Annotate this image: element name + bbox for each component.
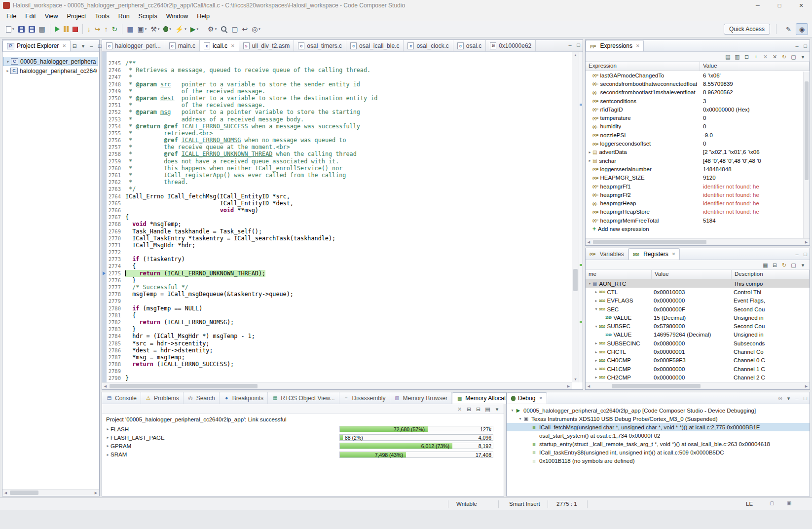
twisty-icon[interactable]: ▸: [593, 299, 599, 303]
twisty-icon[interactable]: ▾: [517, 416, 523, 421]
expression-row[interactable]: (x)=sentconditions3: [586, 97, 810, 105]
minimize-view-icon[interactable]: –: [793, 249, 801, 259]
view-menu-icon[interactable]: ▾: [784, 393, 793, 403]
project-item[interactable]: ▸C00005_halologger_peripheral: [3, 57, 98, 66]
editor-vertical-scrollbar[interactable]: ▲ ▼: [572, 52, 579, 382]
twisty-icon[interactable]: ▾: [593, 307, 599, 311]
code-line[interactable]: 2785 *src = hdr->srcentity;: [102, 340, 572, 347]
step-into-button[interactable]: ↓: [85, 23, 93, 35]
close-window-button[interactable]: ✕: [790, 0, 812, 11]
tab-console[interactable]: ▤Console: [102, 392, 141, 404]
collapse-all-icon[interactable]: ⊟: [771, 260, 779, 270]
twisty-icon[interactable]: ▸: [105, 435, 111, 440]
close-view-icon[interactable]: ✕: [636, 43, 640, 48]
code-line[interactable]: 2762 * thread.: [102, 179, 572, 186]
collapse-all-icon[interactable]: ⊟: [71, 41, 79, 51]
code-line[interactable]: 2760 * This happens when neither ICall_e…: [102, 165, 572, 172]
expression-row[interactable]: +Add new expression: [586, 225, 810, 233]
close-view-icon[interactable]: ✕: [539, 396, 543, 401]
terminate-button[interactable]: [71, 23, 80, 35]
code-line[interactable]: 2779: [102, 298, 572, 304]
code-line[interactable]: 2777 /* Successful */: [102, 284, 572, 291]
tab-debug[interactable]: Debug ✕: [507, 392, 547, 404]
twisty-icon[interactable]: ▸: [593, 375, 599, 379]
vertical-scrollbar[interactable]: [803, 72, 810, 238]
open-element-button[interactable]: ▢: [229, 23, 240, 35]
minimize-editor-icon[interactable]: –: [566, 40, 574, 51]
horizontal-scrollbar[interactable]: ◀ ▶: [2, 489, 99, 496]
code-line[interactable]: 2766 void **msg): [102, 207, 572, 214]
tab-variables[interactable]: (x)= Variables: [586, 248, 628, 260]
new-button[interactable]: ▾: [4, 23, 16, 35]
maximize-view-icon[interactable]: □: [801, 393, 810, 403]
resume-button[interactable]: [53, 23, 62, 35]
code-line[interactable]: 2751 * of the received message.: [102, 102, 572, 109]
code-line[interactable]: 2755 * retrieved.<br>: [102, 130, 572, 137]
menu-scripts[interactable]: Scripts: [134, 12, 162, 21]
pin-editor-button[interactable]: ◎▾: [250, 23, 262, 35]
minimize-view-icon[interactable]: –: [793, 393, 801, 403]
remove-all-expressions-icon[interactable]: ✕: [771, 52, 779, 62]
overview-ruler[interactable]: [579, 52, 583, 382]
registers-view-button[interactable]: ▦: [125, 23, 135, 35]
step-over-button[interactable]: ↪: [93, 23, 103, 35]
code-line[interactable]: 2788 return (ICALL_ERRNO_SUCCESS);: [102, 361, 572, 368]
debug-node[interactable]: ≡0x1001B118 (no symbols are defined): [507, 456, 810, 465]
expression-row[interactable]: ▸▤advertData[2 '\x02',1 '\x01',6 '\x06: [586, 148, 810, 156]
register-row[interactable]: ▸1010SUBSECINC0x00800000Subseconds: [586, 339, 810, 347]
twisty-icon[interactable]: ▸: [105, 444, 111, 448]
debug-node[interactable]: ▾▣Texas Instruments XDS110 USB Debug Pro…: [507, 415, 810, 423]
remove-selected-expressions-icon[interactable]: ✕: [761, 52, 770, 62]
detach-view-icon[interactable]: ▢: [789, 260, 798, 270]
register-row[interactable]: ▾▦AON_RTCThis compo: [586, 279, 810, 288]
twisty-icon[interactable]: ▸: [587, 150, 592, 154]
run-button[interactable]: ▶▾: [188, 23, 200, 35]
expression-row[interactable]: (x)=nozzlePSI-9.0: [586, 131, 810, 139]
editor-tab-ull-div-t2-asm[interactable]: sull_div_t2.asm: [239, 40, 295, 51]
twisty-icon[interactable]: ▸: [593, 358, 599, 363]
code-line[interactable]: 2758 * @ref ICALL_ERRNO_UNKNOWN_THREAD w…: [102, 151, 572, 157]
tab-project-explorer[interactable]: P Project Explorer ✕: [2, 40, 71, 51]
scroll-down-icon[interactable]: ▼: [572, 376, 579, 382]
maximize-window-button[interactable]: □: [769, 0, 790, 11]
register-row[interactable]: ▾1010SEC0x0000000FSecond Cou: [586, 305, 810, 313]
horizontal-scrollbar[interactable]: ◀ ▶: [586, 382, 810, 389]
twisty-icon[interactable]: ▸: [5, 69, 10, 73]
view-menu-icon[interactable]: ▾: [799, 260, 807, 270]
maximize-view-icon[interactable]: □: [801, 41, 810, 51]
disconnect-icon[interactable]: ⊗: [776, 393, 784, 403]
expression-row[interactable]: (x)=loggersserialnumber148484848: [586, 165, 810, 173]
code-line[interactable]: 2776 }: [102, 277, 572, 284]
debug-node[interactable]: ≡startup_entry(struct _icall_remote_task…: [507, 440, 810, 448]
scroll-right-icon[interactable]: ▶: [93, 491, 99, 495]
maximize-view-icon[interactable]: □: [801, 249, 810, 259]
twisty-icon[interactable]: ▸: [593, 367, 599, 371]
code-line[interactable]: 2764ICall_Errno ICall_fetchMsg(ICall_Ent…: [102, 193, 572, 200]
code-line[interactable]: 2754 * @return @ref ICALL_ERRNO_SUCCESS …: [102, 123, 572, 130]
expression-row[interactable]: (x)=heapmgrFf1identifier not found: he: [586, 182, 810, 190]
expression-row[interactable]: (x)=rfidTagID0x00000000 (Hex): [586, 105, 810, 113]
editor-tab-main-c[interactable]: cmain.c: [165, 40, 200, 51]
register-row[interactable]: ▸1010CHCTL0x00000001Channel Co: [586, 347, 810, 356]
scroll-left-icon[interactable]: ◀: [102, 384, 109, 388]
code-line[interactable]: 2768 void *msgTemp;: [102, 221, 572, 227]
twisty-icon[interactable]: ▸: [593, 290, 599, 294]
register-row[interactable]: ▸1010EVFLAGS0x00000000Event Flags,: [586, 297, 810, 305]
tab-search[interactable]: ◎Search: [184, 392, 220, 404]
debug-node[interactable]: ≡osal_start_system() at osal.c:1,734 0x0…: [507, 431, 810, 440]
code-line[interactable]: 2745/**: [102, 60, 572, 67]
memory-row[interactable]: ▸GPRAM6,012 (73%)8,192: [102, 442, 504, 450]
twisty-icon[interactable]: ▸: [593, 341, 599, 345]
code-line[interactable]: 2769 Task_Handle taskhandle = Task_self(…: [102, 228, 572, 235]
code-line[interactable]: 2756 * @ref ICALL_ERRNO_NOMSG when no me…: [102, 137, 572, 144]
code-line[interactable]: 2773 if (!taskentry): [102, 256, 572, 263]
code-line[interactable]: 2761 * ICall_registerApp() was ever call…: [102, 172, 572, 179]
code-line[interactable]: 2749 * of the received message.: [102, 88, 572, 95]
register-row[interactable]: ▸1010CH0CMP0x000F59F3Channel 0 C: [586, 356, 810, 365]
status-icon[interactable]: ▢: [770, 500, 774, 506]
tab-breakpoints[interactable]: ●Breakpoints: [220, 392, 268, 404]
collapse-all-icon[interactable]: ⊟: [742, 52, 751, 62]
expression-row[interactable]: (x)=humidity0: [586, 122, 810, 131]
expression-row[interactable]: (x)=lastGAPmodeChangedTo6 '\x06': [586, 71, 810, 79]
code-line[interactable]: 2775 return (ICALL_ERRNO_UNKNOWN_THREAD)…: [102, 270, 572, 277]
